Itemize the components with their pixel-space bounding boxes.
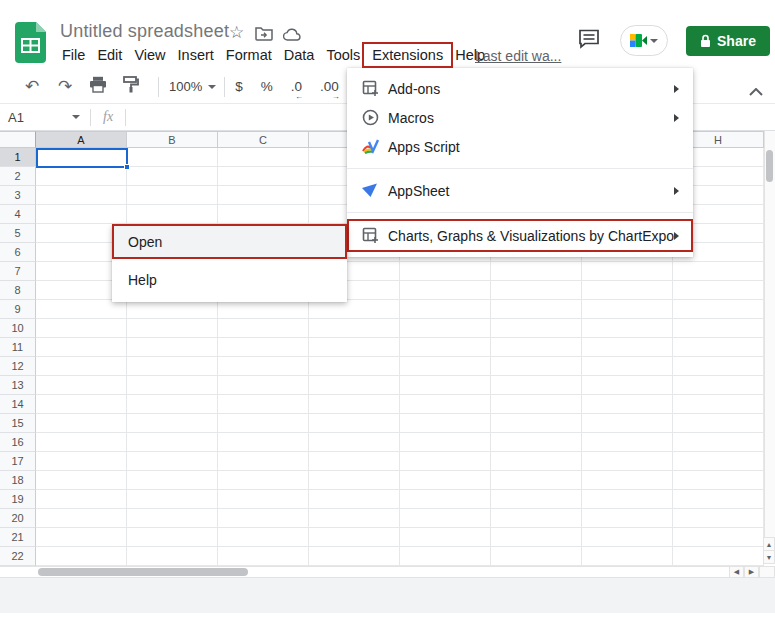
row-header-13[interactable]: 13 bbox=[0, 376, 36, 395]
row-header-6[interactable]: 6 bbox=[0, 243, 36, 262]
cell-E9[interactable] bbox=[400, 300, 491, 319]
cell-F10[interactable] bbox=[491, 319, 582, 338]
row-header-22[interactable]: 22 bbox=[0, 547, 36, 566]
menu-format[interactable]: Format bbox=[220, 45, 278, 65]
cell-H7[interactable] bbox=[673, 262, 764, 281]
cell-G10[interactable] bbox=[582, 319, 673, 338]
cell-F17[interactable] bbox=[491, 452, 582, 471]
cell-A15[interactable] bbox=[36, 414, 127, 433]
cell-E10[interactable] bbox=[400, 319, 491, 338]
submenu-item-open[interactable]: Open bbox=[112, 225, 347, 258]
cell-C17[interactable] bbox=[218, 452, 309, 471]
row-header-21[interactable]: 21 bbox=[0, 528, 36, 547]
cell-F22[interactable] bbox=[491, 547, 582, 566]
cell-H18[interactable] bbox=[673, 471, 764, 490]
cell-B9[interactable] bbox=[127, 300, 218, 319]
cell-E11[interactable] bbox=[400, 338, 491, 357]
cell-B10[interactable] bbox=[127, 319, 218, 338]
cell-A21[interactable] bbox=[36, 528, 127, 547]
row-header-14[interactable]: 14 bbox=[0, 395, 36, 414]
column-header-B[interactable]: B bbox=[127, 131, 218, 148]
cell-A19[interactable] bbox=[36, 490, 127, 509]
cell-F11[interactable] bbox=[491, 338, 582, 357]
cell-G11[interactable] bbox=[582, 338, 673, 357]
cell-F8[interactable] bbox=[491, 281, 582, 300]
cell-B11[interactable] bbox=[127, 338, 218, 357]
cell-A17[interactable] bbox=[36, 452, 127, 471]
cell-B20[interactable] bbox=[127, 509, 218, 528]
cell-A16[interactable] bbox=[36, 433, 127, 452]
cell-G8[interactable] bbox=[582, 281, 673, 300]
cell-D16[interactable] bbox=[309, 433, 400, 452]
cell-G14[interactable] bbox=[582, 395, 673, 414]
vertical-scrollbar[interactable] bbox=[764, 131, 775, 563]
cell-C12[interactable] bbox=[218, 357, 309, 376]
cell-H14[interactable] bbox=[673, 395, 764, 414]
cell-G16[interactable] bbox=[582, 433, 673, 452]
cell-E12[interactable] bbox=[400, 357, 491, 376]
menu-tools[interactable]: Tools bbox=[320, 45, 366, 65]
cell-A13[interactable] bbox=[36, 376, 127, 395]
vertical-scrollbar-thumb[interactable] bbox=[766, 150, 773, 182]
row-header-11[interactable]: 11 bbox=[0, 338, 36, 357]
extensions-menu-item-apps-script[interactable]: Apps Script bbox=[347, 132, 693, 161]
cell-E17[interactable] bbox=[400, 452, 491, 471]
cell-B2[interactable] bbox=[127, 167, 218, 186]
cell-A11[interactable] bbox=[36, 338, 127, 357]
print-button[interactable] bbox=[88, 76, 108, 98]
cell-G9[interactable] bbox=[582, 300, 673, 319]
cell-F16[interactable] bbox=[491, 433, 582, 452]
row-header-4[interactable]: 4 bbox=[0, 205, 36, 224]
cell-H11[interactable] bbox=[673, 338, 764, 357]
row-header-15[interactable]: 15 bbox=[0, 414, 36, 433]
cell-A2[interactable] bbox=[36, 167, 127, 186]
cell-C11[interactable] bbox=[218, 338, 309, 357]
select-all-corner[interactable] bbox=[0, 131, 36, 148]
cell-B16[interactable] bbox=[127, 433, 218, 452]
cell-D18[interactable] bbox=[309, 471, 400, 490]
cell-C18[interactable] bbox=[218, 471, 309, 490]
cell-A4[interactable] bbox=[36, 205, 127, 224]
cell-F7[interactable] bbox=[491, 262, 582, 281]
undo-button[interactable]: ↶ bbox=[22, 77, 42, 97]
cell-E19[interactable] bbox=[400, 490, 491, 509]
document-title[interactable]: Untitled spreadsheet bbox=[60, 21, 229, 42]
cell-E14[interactable] bbox=[400, 395, 491, 414]
name-box[interactable]: A1 bbox=[0, 110, 90, 125]
menu-data[interactable]: Data bbox=[278, 45, 321, 65]
row-header-10[interactable]: 10 bbox=[0, 319, 36, 338]
cell-B21[interactable] bbox=[127, 528, 218, 547]
cell-H10[interactable] bbox=[673, 319, 764, 338]
cell-F15[interactable] bbox=[491, 414, 582, 433]
sheets-logo-icon[interactable] bbox=[15, 22, 46, 63]
menu-file[interactable]: File bbox=[56, 45, 91, 65]
cell-H12[interactable] bbox=[673, 357, 764, 376]
row-header-12[interactable]: 12 bbox=[0, 357, 36, 376]
cell-F21[interactable] bbox=[491, 528, 582, 547]
row-header-5[interactable]: 5 bbox=[0, 224, 36, 243]
cell-D13[interactable] bbox=[309, 376, 400, 395]
increase-decimal-button[interactable]: .00→ bbox=[320, 79, 339, 94]
cell-B13[interactable] bbox=[127, 376, 218, 395]
cell-H17[interactable] bbox=[673, 452, 764, 471]
cell-H8[interactable] bbox=[673, 281, 764, 300]
menu-extensions[interactable]: Extensions bbox=[366, 45, 449, 65]
cell-D9[interactable] bbox=[309, 300, 400, 319]
cell-C2[interactable] bbox=[218, 167, 309, 186]
cell-D10[interactable] bbox=[309, 319, 400, 338]
cell-A18[interactable] bbox=[36, 471, 127, 490]
cell-E21[interactable] bbox=[400, 528, 491, 547]
cell-G19[interactable] bbox=[582, 490, 673, 509]
cell-F18[interactable] bbox=[491, 471, 582, 490]
extensions-menu-item-appsheet[interactable]: AppSheet bbox=[347, 176, 693, 205]
extensions-menu-item-chartexpo[interactable]: Charts, Graphs & Visualizations by Chart… bbox=[347, 220, 693, 251]
row-header-3[interactable]: 3 bbox=[0, 186, 36, 205]
cell-B14[interactable] bbox=[127, 395, 218, 414]
move-folder-icon[interactable] bbox=[255, 26, 273, 44]
cell-C10[interactable] bbox=[218, 319, 309, 338]
cell-A10[interactable] bbox=[36, 319, 127, 338]
cell-C22[interactable] bbox=[218, 547, 309, 566]
cell-A1[interactable] bbox=[36, 148, 127, 167]
scroll-left-button[interactable]: ◀ bbox=[729, 566, 744, 578]
cell-C3[interactable] bbox=[218, 186, 309, 205]
